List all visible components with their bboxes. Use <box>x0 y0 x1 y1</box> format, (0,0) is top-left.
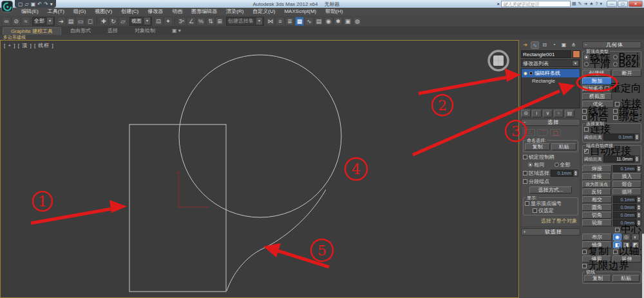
paste-button[interactable]: 粘贴 <box>551 143 576 150</box>
menu-tools[interactable]: 工具(T) <box>43 8 69 15</box>
remove-modifier-icon[interactable]: ▫ <box>554 110 564 117</box>
chamfer-spinner[interactable]: 0.0mm <box>613 212 641 219</box>
close-button[interactable]: ✕ <box>629 1 643 7</box>
qat-new-icon[interactable]: ▢ <box>18 1 23 7</box>
mirror-icon[interactable]: ⋈ <box>266 17 275 26</box>
show-end-result-icon[interactable]: i <box>532 110 542 117</box>
spinner-arrows-icon[interactable] <box>634 134 639 141</box>
qat-undo-icon[interactable]: ↶ <box>37 1 42 7</box>
selection-filter-dropdown[interactable]: 全部▾ <box>32 17 55 26</box>
select-object-icon[interactable]: ➔ <box>57 17 66 26</box>
circle-spline[interactable] <box>179 55 341 217</box>
curve-editor-icon[interactable]: ∿ <box>305 17 314 26</box>
qat-open-icon[interactable]: ▱ <box>25 1 29 7</box>
connect-button[interactable]: 连接 <box>582 173 611 180</box>
menu-rendering[interactable]: 渲染(R) <box>222 8 248 15</box>
outline-button[interactable]: 轮廓 <box>582 219 612 226</box>
cross-insert-spinner[interactable]: 0.1mm <box>613 196 641 203</box>
spinner-arrows-icon[interactable] <box>636 196 641 203</box>
stack-expand-icon[interactable] <box>529 72 533 75</box>
menu-group[interactable]: 组(G) <box>69 8 91 15</box>
window-crossing-icon[interactable]: ◻ <box>86 17 95 26</box>
smooth-radio[interactable]: 平滑 <box>584 57 611 71</box>
menu-help[interactable]: 帮助(H) <box>321 8 347 15</box>
menu-modifiers[interactable]: 修改器 <box>143 8 167 15</box>
unlink-icon[interactable]: ⊘ <box>12 17 21 26</box>
align-icon[interactable]: ≡ <box>276 17 285 26</box>
dope-sheet-icon[interactable]: ▤ <box>314 17 323 26</box>
all-radio[interactable]: 全部 <box>554 161 579 168</box>
tab-modify-icon[interactable]: ∿ <box>531 41 539 49</box>
area-selection-spinner[interactable]: 0.1mm <box>551 170 578 177</box>
rollout-soft-selection-header[interactable]: + 软选择 <box>521 228 580 235</box>
segment-icon[interactable]: ⌒ <box>537 129 548 136</box>
menu-views[interactable]: 视图(V) <box>90 8 117 15</box>
region-shape-icon[interactable]: ▭ <box>76 17 85 26</box>
vertex-icon[interactable]: ∴ <box>524 129 535 136</box>
auto-weld-threshold-spinner[interactable]: 11.0mm <box>603 155 639 163</box>
modifier-list-dropdown[interactable]: 修改器列表 ▾ <box>521 59 580 67</box>
spinner-snap-icon[interactable]: ⇅ <box>206 17 215 26</box>
reverse-button[interactable]: 反转 <box>582 188 611 195</box>
tab-graphite[interactable]: Graphite 建模工具 <box>3 27 61 35</box>
area-selection-checkbox[interactable]: 区域选择 <box>523 170 549 177</box>
viewport-label[interactable]: [ + ] [ 顶 ] [ 线框 ] <box>4 42 54 49</box>
fuse-button[interactable]: 熔合 <box>612 181 641 188</box>
connect-copy-threshold-spinner[interactable]: 0.1mm <box>603 134 639 141</box>
visibility-bulb-icon[interactable] <box>524 72 527 75</box>
selected-only-checkbox[interactable]: 仅选定 <box>533 207 576 214</box>
lock-handles-checkbox[interactable]: 锁定控制柄 <box>523 154 578 161</box>
spline-icon[interactable]: ▢ <box>550 129 561 136</box>
maximize-button[interactable]: ▢ <box>618 1 628 7</box>
spinner-arrows-icon[interactable] <box>636 204 641 211</box>
tab-utilities-icon[interactable]: ⋔ <box>569 41 578 49</box>
tangent-paste-button[interactable]: 粘贴 <box>612 275 639 282</box>
cycle-button[interactable]: 循环 <box>612 188 641 195</box>
use-center-icon[interactable]: ⊡ <box>154 17 163 26</box>
chamfer-button[interactable]: 切角 <box>582 212 612 219</box>
kw-browse-icon[interactable]: ▤ <box>572 1 576 7</box>
tangent-copy-button[interactable]: 复制 <box>584 275 611 282</box>
percent-snap-icon[interactable]: % <box>196 17 205 26</box>
kw-star-icon[interactable]: ★ <box>589 1 593 7</box>
bool-union-icon[interactable]: ◉ <box>613 233 621 241</box>
bind-spacewarp-icon[interactable]: ≈ <box>21 17 30 26</box>
steering-wheel-gizmo[interactable] <box>489 51 508 70</box>
snap-toggle-icon[interactable]: 3ⁿ <box>177 17 186 26</box>
kw-help-icon[interactable]: ? <box>596 1 598 7</box>
move-icon[interactable]: ✚ <box>99 17 108 26</box>
menu-edit[interactable]: 编辑(E) <box>17 8 43 15</box>
tangent-curve-spline[interactable] <box>227 190 326 291</box>
bool-subtract-icon[interactable]: ◎ <box>622 233 630 241</box>
graphite-toggle-icon[interactable]: ▦ <box>295 17 304 26</box>
make-unique-icon[interactable]: ∨ <box>543 110 553 117</box>
attach-mult-button[interactable]: 附加多个 <box>582 85 603 92</box>
cross-section-button[interactable]: 横截面 <box>582 93 612 100</box>
cross-insert-button[interactable]: 相交 <box>582 196 612 203</box>
rollout-geometry-header[interactable]: − 几何体 <box>582 41 641 48</box>
search-input[interactable] <box>501 1 571 7</box>
ribbon-options-icon[interactable]: ▣ ▾ <box>164 27 189 35</box>
qat-redo-icon[interactable]: ↷ <box>44 1 48 7</box>
tab-freeform[interactable]: 自由形式 <box>62 27 99 35</box>
kw-pen-icon[interactable]: ✎ <box>578 1 582 7</box>
configure-sets-icon[interactable]: ▤ <box>565 110 574 117</box>
rollout-selection-header[interactable]: − 选择 <box>521 119 580 126</box>
alike-radio[interactable]: 相同 <box>528 161 553 168</box>
show-vertex-numbers-checkbox[interactable]: 显示顶点编号 <box>525 200 576 207</box>
layer-manager-icon[interactable]: ≣ <box>285 17 294 26</box>
stack-item-rectangle[interactable]: Rectangle <box>522 77 580 85</box>
ribbon-panel-title[interactable]: 多边形建模 <box>0 35 644 40</box>
kw-dd-icon[interactable]: ▾ <box>600 1 602 7</box>
copy-button[interactable]: 复制 <box>525 143 550 150</box>
rectangle-spline[interactable] <box>129 124 226 292</box>
tab-create-icon[interactable]: ➔ <box>521 41 529 49</box>
qat-scene-menu-icon[interactable]: ▾ <box>50 1 53 7</box>
qat-save-icon[interactable]: ▣ <box>31 1 36 7</box>
render-setup-icon[interactable]: ✱ <box>334 17 343 26</box>
make-first-button[interactable]: 设为首顶点 <box>582 181 611 188</box>
fillet-spinner[interactable]: 0.0mm <box>613 204 641 211</box>
rendered-frame-icon[interactable]: ▣ <box>343 17 352 26</box>
weld-threshold-spinner[interactable]: 0.1mm <box>613 165 641 172</box>
spinner-arrows-icon[interactable] <box>636 165 641 172</box>
